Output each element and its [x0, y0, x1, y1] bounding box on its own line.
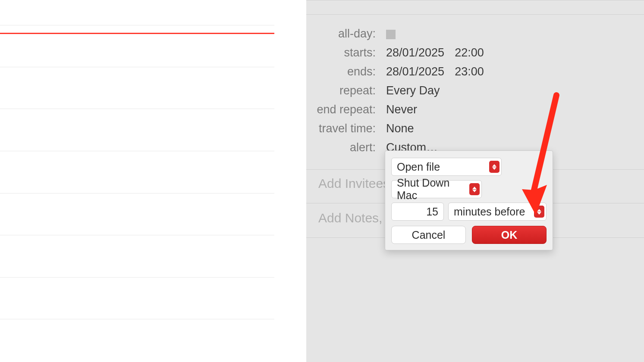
end-repeat-row: end repeat: Never — [306, 100, 644, 119]
current-time-indicator — [0, 33, 274, 34]
stepper-icon — [489, 161, 499, 173]
all-day-row: all-day: — [306, 24, 644, 43]
travel-time-value[interactable]: None — [386, 119, 414, 138]
end-repeat-value[interactable]: Never — [386, 100, 417, 119]
starts-row: starts: 28/01/2025 22:00 — [306, 43, 644, 62]
repeat-value[interactable]: Every Day — [386, 81, 440, 100]
calendar-grid-lines — [0, 0, 306, 362]
ends-label: ends: — [306, 62, 377, 81]
ends-row: ends: 28/01/2025 23:00 — [306, 62, 644, 81]
starts-label: starts: — [306, 43, 377, 62]
travel-time-label: travel time: — [306, 119, 377, 138]
alert-action-select[interactable]: Open file — [391, 158, 502, 176]
ends-date-value[interactable]: 28/01/2025 — [386, 62, 444, 81]
event-inspector-panel: all-day: starts: 28/01/2025 22:00 ends: … — [306, 0, 644, 362]
ends-time-value[interactable]: 23:00 — [455, 62, 484, 81]
alert-target-select[interactable]: Shut Down Mac — [391, 180, 482, 198]
starts-time-value[interactable]: 22:00 — [455, 43, 484, 62]
alert-label: alert: — [306, 138, 377, 157]
alert-action-value: Open file — [397, 161, 487, 173]
travel-time-row: travel time: None — [306, 119, 644, 138]
add-notes-field[interactable]: Add Notes, U — [318, 211, 395, 225]
alert-unit-value: minutes before — [454, 206, 531, 218]
add-invitees-field[interactable]: Add Invitees — [318, 176, 390, 191]
alert-unit-select[interactable]: minutes before — [448, 203, 547, 221]
all-day-checkbox[interactable] — [386, 30, 396, 39]
stepper-icon — [534, 206, 544, 218]
popover-button-row: Cancel OK — [391, 226, 547, 244]
event-fields: all-day: starts: 28/01/2025 22:00 ends: … — [306, 24, 644, 157]
ok-button[interactable]: OK — [472, 226, 547, 244]
custom-alert-popover: Open file Shut Down Mac minutes before — [385, 150, 553, 250]
starts-date-value[interactable]: 28/01/2025 — [386, 43, 444, 62]
calendar-day-grid[interactable] — [0, 0, 306, 362]
repeat-label: repeat: — [306, 81, 377, 100]
repeat-row: repeat: Every Day — [306, 81, 644, 100]
cancel-button[interactable]: Cancel — [391, 226, 466, 244]
all-day-label: all-day: — [306, 24, 377, 43]
alert-target-value: Shut Down Mac — [397, 177, 467, 202]
stepper-icon — [469, 183, 480, 195]
alert-amount-input[interactable] — [391, 203, 444, 221]
end-repeat-label: end repeat: — [306, 100, 377, 119]
alert-time-row: minutes before — [391, 203, 547, 221]
